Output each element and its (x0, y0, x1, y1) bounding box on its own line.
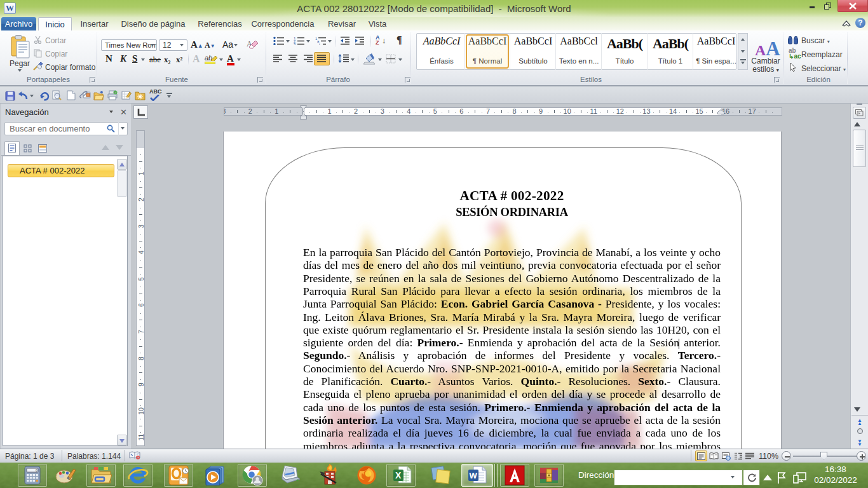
svg-text:0: 0 (36, 468, 37, 472)
svg-text:i: i (319, 43, 320, 45)
svg-text:W: W (470, 471, 478, 480)
svg-text:X: X (395, 470, 402, 480)
svg-text:3: 3 (294, 43, 296, 45)
